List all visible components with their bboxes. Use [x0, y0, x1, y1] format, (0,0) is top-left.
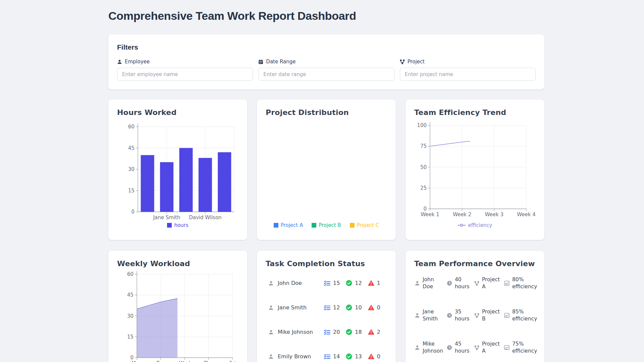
warning-icon	[368, 329, 374, 335]
legend-line-symbol	[458, 223, 466, 227]
project-input[interactable]	[400, 68, 536, 81]
task-stats: 15121	[324, 280, 380, 286]
card-title: Task Completion Status	[266, 259, 365, 268]
performance-col-efficiency: 75% efficiency	[504, 341, 544, 355]
tasks-count: 12	[333, 304, 340, 311]
svg-text:Week 2: Week 2	[453, 212, 471, 218]
performance-efficiency: 75% efficiency	[512, 341, 544, 355]
task-row: Mike Johnson20182	[266, 320, 387, 344]
legend-item: Project C	[350, 222, 379, 228]
hours-worked-bar-chart: 015304560Jane SmithDavid Wilson	[108, 100, 247, 240]
card-project-distribution: Project Distribution Project AProject BP…	[257, 100, 396, 240]
stat-tasks: 12	[324, 304, 340, 311]
card-title: Weekly Workload	[117, 259, 190, 268]
svg-text:25: 25	[420, 185, 427, 191]
svg-text:100: 100	[417, 122, 427, 128]
card-team-performance: Team Performance Overview John Doe40 hou…	[406, 251, 544, 362]
performance-row: John Doe40 hoursProject A80% efficiency	[414, 267, 538, 299]
person-icon	[415, 281, 420, 286]
project-icon	[474, 313, 479, 318]
performance-col-efficiency: 85% efficiency	[504, 308, 544, 322]
chart-line-icon	[504, 281, 509, 286]
svg-text:Fri: Fri	[229, 360, 235, 362]
date-range-input[interactable]	[258, 68, 394, 81]
task-employee: Mike Johnson	[268, 329, 315, 335]
legend-swatch	[350, 223, 355, 228]
cards-grid: Hours Worked 015304560Jane SmithDavid Wi…	[108, 100, 544, 362]
legend-label: Project C	[357, 222, 379, 228]
card-weekly-workload: Weekly Workload 015304560MonTueWedThuFri	[108, 251, 247, 362]
svg-text:30: 30	[128, 166, 135, 172]
issues-count: 0	[377, 353, 380, 360]
filter-field-project: Project	[400, 59, 536, 81]
svg-text:50: 50	[420, 164, 427, 170]
svg-text:30: 30	[127, 313, 133, 319]
performance-efficiency: 85% efficiency	[512, 308, 544, 322]
issues-count: 1	[377, 280, 380, 286]
warning-icon	[368, 280, 374, 286]
employee-input[interactable]	[117, 68, 253, 81]
performance-project: Project B	[482, 308, 501, 322]
tasks-icon	[324, 305, 330, 310]
svg-text:0: 0	[130, 355, 133, 361]
card-title: Team Performance Overview	[414, 259, 535, 268]
chart-line-icon	[504, 313, 509, 318]
legend-swatch	[274, 223, 278, 228]
svg-text:David Wilson: David Wilson	[189, 215, 221, 221]
issues-count: 0	[377, 304, 380, 311]
svg-text:Thu: Thu	[204, 360, 213, 362]
tasks-count: 20	[333, 329, 340, 335]
person-icon	[415, 313, 420, 318]
filter-label-date-range: Date Range	[258, 59, 394, 65]
legend-item: Project B	[312, 222, 341, 228]
performance-rows: John Doe40 hoursProject A80% efficiencyJ…	[414, 267, 538, 362]
chart-line-icon	[504, 345, 509, 350]
svg-text:0: 0	[131, 209, 135, 215]
performance-name: Mike Johnson	[423, 341, 444, 355]
filter-label-text: Employee	[125, 59, 150, 65]
task-employee-name: Mike Johnson	[278, 329, 315, 335]
task-stats: 14130	[324, 353, 380, 360]
user-icon	[117, 59, 122, 64]
task-employee-name: Emily Brown	[278, 353, 315, 360]
legend-label: Project A	[281, 222, 303, 228]
card-title: Team Efficiency Trend	[414, 108, 506, 117]
stat-tasks: 14	[324, 353, 340, 360]
task-employee: John Doe	[268, 280, 315, 286]
completed-count: 18	[355, 329, 362, 335]
svg-text:Week 3: Week 3	[485, 212, 503, 218]
svg-text:15: 15	[128, 188, 135, 194]
warning-icon	[368, 305, 374, 310]
stat-completed: 18	[346, 329, 362, 335]
performance-col-hours: 35 hours	[447, 308, 472, 322]
check-icon	[346, 353, 352, 360]
check-icon	[346, 329, 352, 335]
stat-issues: 0	[368, 304, 380, 311]
project-icon	[474, 281, 479, 286]
legend-label: hours	[174, 222, 188, 228]
svg-text:Tue: Tue	[156, 360, 165, 362]
svg-text:Wed: Wed	[179, 360, 190, 362]
completed-count: 10	[355, 304, 362, 311]
task-rows: John Doe15121Jane Smith12100Mike Johnson…	[266, 271, 387, 362]
svg-text:45: 45	[127, 292, 133, 298]
task-employee-name: John Doe	[278, 280, 315, 286]
tasks-count: 14	[333, 353, 340, 360]
page-title: Comprehensive Team Work Report Dashboard	[108, 9, 544, 22]
dashboard: Comprehensive Team Work Report Dashboard…	[108, 9, 544, 362]
legend-label: efficiency	[468, 222, 492, 228]
project-distribution-pie-chart	[257, 100, 396, 240]
stat-tasks: 15	[324, 280, 340, 286]
filters-card: Filters EmployeeDate RangeProject	[108, 35, 544, 89]
svg-text:60: 60	[127, 271, 133, 277]
legend-item: Project A	[274, 222, 303, 228]
legend-swatch	[167, 223, 172, 228]
check-icon	[346, 304, 352, 311]
svg-text:75: 75	[420, 143, 427, 149]
check-icon	[346, 280, 352, 286]
completed-count: 13	[355, 353, 362, 360]
svg-text:60: 60	[128, 124, 135, 130]
person-icon	[268, 281, 274, 286]
performance-col-hours: 45 hours	[447, 341, 472, 355]
performance-col-efficiency: 80% efficiency	[504, 276, 544, 290]
